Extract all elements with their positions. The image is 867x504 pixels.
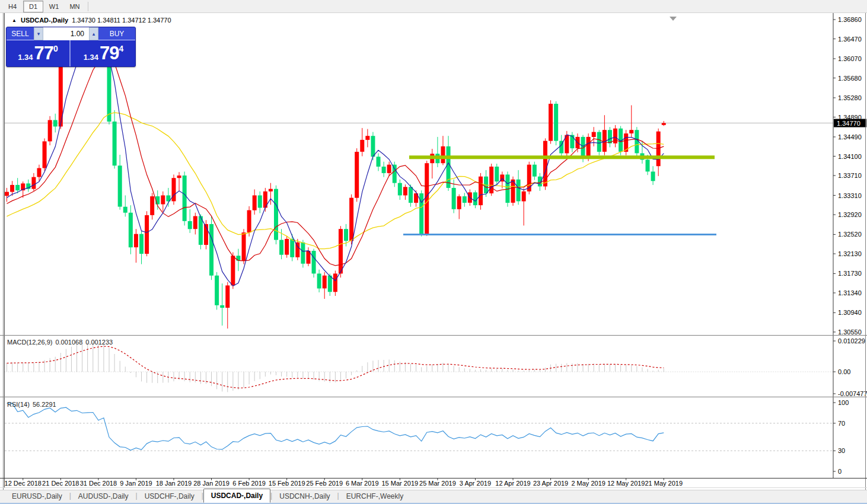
svg-text:1.35680: 1.35680 [838, 75, 862, 82]
volume-input[interactable] [43, 27, 89, 40]
buy-price-pip: 4 [119, 44, 124, 53]
svg-text:1.32920: 1.32920 [838, 211, 862, 218]
svg-text:9 Jan 2019: 9 Jan 2019 [120, 480, 152, 487]
candles-layer [5, 30, 666, 328]
chart-tab-eurusd[interactable]: EURUSD-,Daily [5, 490, 69, 503]
svg-text:1.36070: 1.36070 [838, 55, 862, 62]
timeframe-buttons: H4D1W1MN [2, 1, 85, 12]
buy-button[interactable]: BUY [98, 27, 135, 40]
svg-text:15 Feb 2019: 15 Feb 2019 [269, 480, 305, 487]
macd-value-signal: 0.001233 [85, 339, 113, 346]
svg-text:12 Dec 2018: 12 Dec 2018 [5, 480, 42, 487]
svg-text:25 Mar 2019: 25 Mar 2019 [419, 480, 456, 487]
sell-price-pip: 0 [53, 44, 58, 53]
svg-text:1.34100: 1.34100 [838, 153, 862, 160]
svg-text:12 Apr 2019: 12 Apr 2019 [495, 480, 530, 487]
chart-tab-eurchf[interactable]: EURCHF-,Weekly [339, 490, 410, 503]
svg-text:1.36470: 1.36470 [838, 36, 862, 43]
svg-text:1.32130: 1.32130 [838, 250, 862, 257]
svg-text:1.36860: 1.36860 [838, 16, 862, 23]
svg-text:15 Mar 2019: 15 Mar 2019 [381, 480, 418, 487]
svg-text:25 Feb 2019: 25 Feb 2019 [306, 480, 343, 487]
buy-price[interactable]: 1.34 79 4 [72, 40, 135, 66]
chart-tab-audusd[interactable]: AUDUSD-,Daily [71, 490, 136, 503]
svg-text:6 Feb 2019: 6 Feb 2019 [232, 480, 266, 487]
svg-text:1.33710: 1.33710 [838, 172, 862, 179]
ohlc-values: 1.34730 1.34811 1.34712 1.34770 [72, 17, 171, 24]
svg-text:12 May 2019: 12 May 2019 [607, 480, 645, 487]
svg-text:0.00: 0.00 [838, 368, 850, 375]
svg-text:30: 30 [838, 447, 845, 454]
svg-text:1.34490: 1.34490 [838, 133, 862, 141]
trade-prices-row: 1.34 77 0 1.34 79 4 [7, 40, 135, 66]
window-right-border [865, 13, 866, 504]
svg-text:0: 0 [838, 468, 842, 475]
svg-text:1.33310: 1.33310 [838, 192, 862, 199]
ma-slow-line [7, 113, 664, 249]
svg-text:3 Apr 2019: 3 Apr 2019 [460, 480, 491, 487]
chart-tab-usdchf[interactable]: USDCHF-,Daily [138, 490, 202, 503]
svg-text:18 Jan 2019: 18 Jan 2019 [156, 480, 192, 487]
svg-text:1.35280: 1.35280 [838, 94, 862, 101]
macd-name: MACD(12,26,9) [7, 339, 52, 346]
chart-ohlc-header: ▲ USDCAD-,Daily 1.34730 1.34811 1.34712 … [12, 17, 171, 25]
sell-price[interactable]: 1.34 77 0 [7, 40, 69, 66]
sell-price-prefix: 1.34 [18, 53, 33, 62]
svg-text:1.30940: 1.30940 [838, 309, 862, 316]
rsi-panel-splitter[interactable] [0, 397, 867, 397]
time-axis-labels: 12 Dec 201821 Dec 201831 Dec 20189 Jan 2… [5, 478, 683, 487]
collapse-quote-icon[interactable]: ▲ [12, 18, 17, 23]
timeframe-button-mn[interactable]: MN [65, 1, 85, 12]
rsi-name: RSI(14) [7, 401, 30, 408]
sell-button[interactable]: SELL [7, 27, 34, 40]
chart-tab-usdcad[interactable]: USDCAD-,Daily [203, 489, 270, 503]
window-left-border [3, 13, 4, 504]
svg-text:28 Jan 2019: 28 Jan 2019 [193, 480, 230, 487]
buy-price-big: 79 [100, 43, 119, 64]
chart-tab-bar: EURUSD-,Daily|AUDUSD-,Daily|USDCHF-,Dail… [0, 490, 867, 503]
volume-increase-button[interactable]: ▴ [89, 27, 98, 40]
rsi-line [7, 403, 664, 450]
svg-text:1.31340: 1.31340 [838, 289, 862, 296]
rsi-value: 56.2291 [33, 401, 56, 408]
chart-left-border [4, 13, 5, 487]
svg-text:31 Dec 2018: 31 Dec 2018 [80, 480, 117, 487]
macd-histogram [7, 342, 664, 392]
svg-text:70: 70 [838, 420, 845, 427]
timeframe-button-d1[interactable]: D1 [23, 1, 43, 12]
rsi-label: RSI(14)56.2291 [7, 401, 59, 408]
scroll-strip [0, 487, 867, 488]
timeframe-button-h4[interactable]: H4 [2, 1, 23, 12]
mt4-terminal: 1.368601.364701.360701.356801.352801.348… [0, 0, 867, 504]
timeframe-toolbar: H4D1W1MN [0, 0, 867, 13]
chart-tab-usdcnh[interactable]: USDCNH-,Daily [272, 490, 337, 503]
svg-text:1.32520: 1.32520 [838, 231, 862, 238]
svg-text:1.31730: 1.31730 [838, 270, 862, 277]
volume-decrease-button[interactable]: ▾ [34, 27, 43, 40]
one-click-trade-panel: SELL ▾ ▴ BUY 1.34 77 0 1.34 79 4 [6, 27, 136, 67]
macd-value-main: 0.001068 [55, 339, 82, 346]
symbol-title: USDCAD-,Daily [21, 17, 68, 24]
svg-text:6 Mar 2019: 6 Mar 2019 [346, 480, 379, 487]
timeframe-button-w1[interactable]: W1 [44, 1, 64, 12]
chart-shift-marker-icon[interactable] [670, 17, 677, 21]
svg-text:0.010229: 0.010229 [838, 337, 865, 344]
trade-controls-row: SELL ▾ ▴ BUY [7, 27, 135, 40]
svg-text:23 Apr 2019: 23 Apr 2019 [533, 480, 568, 487]
svg-text:100: 100 [838, 399, 849, 406]
svg-text:21 May 2019: 21 May 2019 [645, 480, 683, 487]
macd-label: MACD(12,26,9)0.0010680.001233 [7, 339, 116, 346]
toolbar-divider [88, 2, 88, 11]
svg-text:21 Dec 2018: 21 Dec 2018 [42, 480, 79, 487]
time-axis-line [0, 478, 867, 479]
chart-canvas[interactable]: 1.368601.364701.360701.356801.352801.348… [0, 0, 867, 504]
sell-price-big: 77 [34, 43, 53, 64]
buy-price-prefix: 1.34 [84, 53, 98, 62]
price-divider [69, 40, 71, 66]
ma-fast-line [7, 42, 664, 286]
macd-panel-splitter[interactable] [0, 335, 867, 336]
chart-tabs: EURUSD-,Daily|AUDUSD-,Daily|USDCHF-,Dail… [5, 489, 410, 503]
svg-text:2 May 2019: 2 May 2019 [571, 480, 605, 487]
svg-text:1.34770: 1.34770 [837, 120, 860, 127]
